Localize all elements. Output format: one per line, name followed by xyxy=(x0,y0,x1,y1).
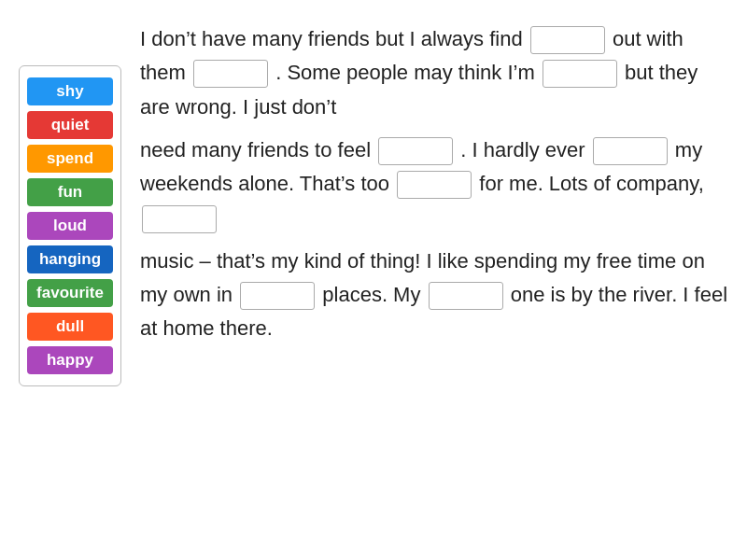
blank-2[interactable] xyxy=(193,60,268,88)
word-btn-shy[interactable]: shy xyxy=(27,77,113,105)
text-p2d: for me. Lots of company, xyxy=(479,172,703,195)
blank-9[interactable] xyxy=(429,282,503,310)
word-btn-fun[interactable]: fun xyxy=(27,178,113,206)
blank-3[interactable] xyxy=(543,60,617,88)
paragraph-1: I don’t have many friends but I always f… xyxy=(140,22,728,124)
word-btn-favourite[interactable]: favourite xyxy=(27,279,113,307)
paragraph-3: music – that’s my kind of thing! I like … xyxy=(140,245,728,346)
word-btn-spend[interactable]: spend xyxy=(27,145,113,173)
paragraph-2: need many friends to feel . I hardly eve… xyxy=(140,133,728,235)
word-btn-quiet[interactable]: quiet xyxy=(27,111,113,139)
text-p3b: places. My xyxy=(322,283,420,306)
text-p2b: . I hardly ever xyxy=(460,138,585,161)
word-btn-dull[interactable]: dull xyxy=(27,313,113,341)
blank-7[interactable] xyxy=(142,205,217,233)
word-btn-happy[interactable]: happy xyxy=(27,346,113,374)
word-btn-loud[interactable]: loud xyxy=(27,212,113,240)
blank-6[interactable] xyxy=(397,171,472,199)
blank-4[interactable] xyxy=(378,137,453,165)
blank-5[interactable] xyxy=(593,137,668,165)
blank-1[interactable] xyxy=(530,26,605,54)
word-bank: shyquietspendfunloudhangingfavouritedull… xyxy=(19,65,121,386)
fill-in-text: I don’t have many friends but I always f… xyxy=(140,19,728,541)
blank-8[interactable] xyxy=(240,282,315,310)
text-p1a: I don’t have many friends but I always f… xyxy=(140,27,523,50)
word-btn-hanging[interactable]: hanging xyxy=(27,245,113,273)
text-p2a: need many friends to feel xyxy=(140,138,371,161)
text-p1c: . Some people may think I’m xyxy=(275,61,535,84)
